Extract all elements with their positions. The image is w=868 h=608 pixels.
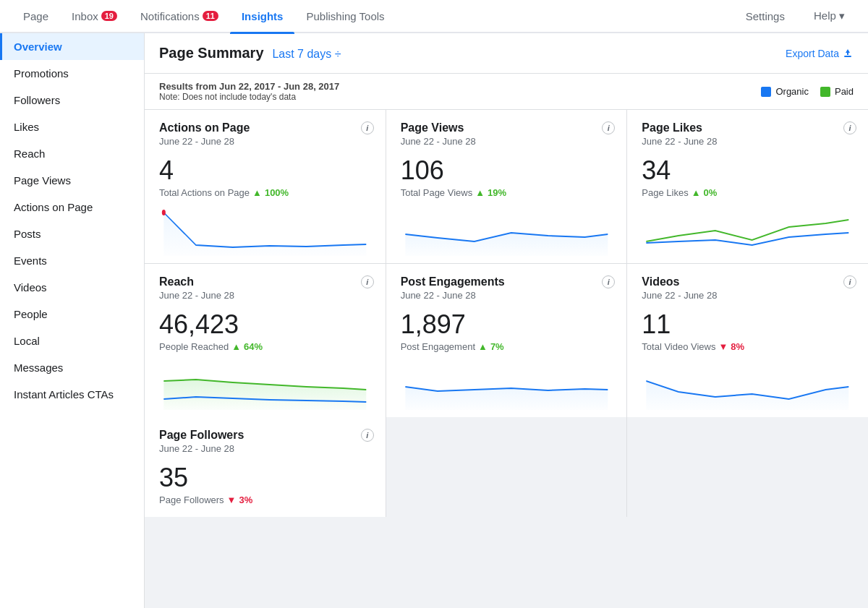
svg-marker-7	[647, 381, 849, 410]
nav-page[interactable]: Page	[12, 0, 60, 33]
nav-insights[interactable]: Insights	[230, 0, 295, 33]
nav-notifications[interactable]: Notifications 11	[129, 0, 230, 33]
card-info-icon[interactable]: i	[361, 429, 374, 442]
card-value: 34	[642, 155, 854, 186]
card-stat: Post Engagement ▲ 7%	[401, 341, 613, 352]
line-chart	[642, 359, 854, 410]
sidebar-item-instant-articles[interactable]: Instant Articles CTAs	[0, 381, 144, 408]
card-stat: Total Video Views ▼ 8%	[642, 341, 854, 352]
card-info-icon[interactable]: i	[843, 275, 856, 288]
card-value: 35	[159, 463, 371, 493]
top-nav: Page Inbox 19 Notifications 11 Insights …	[0, 0, 868, 33]
card-date: June 22 - June 28	[642, 290, 854, 301]
sidebar-item-followers[interactable]: Followers	[0, 87, 144, 114]
card-value: 4	[159, 155, 371, 186]
card-stat: Page Likes ▲ 0%	[642, 187, 854, 198]
card-info-icon[interactable]: i	[602, 121, 615, 134]
sidebar-item-promotions[interactable]: Promotions	[0, 60, 144, 87]
card-stat: Page Followers ▼ 3%	[159, 494, 371, 505]
card-title: Actions on Page	[159, 121, 371, 134]
card-info-icon[interactable]: i	[602, 275, 615, 288]
card-reach: Reach June 22 - June 28 i 46,423 People …	[145, 264, 386, 417]
chart-area	[401, 359, 613, 417]
sidebar-item-likes[interactable]: Likes	[0, 114, 144, 140]
card-value: 11	[642, 309, 854, 340]
card-info-icon[interactable]: i	[361, 121, 374, 134]
stat-pct: 0%	[704, 187, 718, 198]
page-summary-header: Page Summary Last 7 days ÷ Export Data	[145, 33, 868, 74]
stat-pct: 19%	[488, 187, 506, 198]
results-bar: Results from Jun 22, 2017 - Jun 28, 2017…	[145, 74, 868, 110]
sidebar-item-messages[interactable]: Messages	[0, 354, 144, 381]
stat-pct: 3%	[239, 494, 252, 505]
card-date: June 22 - June 28	[159, 443, 371, 454]
legend-paid: Paid	[820, 86, 854, 97]
header-left: Page Summary Last 7 days ÷	[159, 45, 341, 61]
chart-area	[642, 205, 854, 263]
legend: Organic Paid	[761, 86, 854, 97]
stat-pct: 64%	[244, 341, 263, 352]
card-value: 46,423	[159, 309, 371, 340]
paid-dot	[820, 87, 830, 97]
line-chart	[642, 205, 854, 256]
sidebar-item-people[interactable]: People	[0, 301, 144, 327]
svg-marker-2	[163, 213, 366, 256]
nav-publishing-tools[interactable]: Publishing Tools	[294, 0, 396, 33]
card-value: 1,897	[401, 309, 613, 340]
sidebar-item-overview[interactable]: Overview	[0, 33, 144, 60]
download-icon	[842, 48, 854, 59]
svg-point-3	[162, 210, 166, 215]
line-chart	[159, 205, 371, 256]
chart-area	[401, 205, 613, 263]
card-page-likes: Page Likes June 22 - June 28 i 34 Page L…	[627, 110, 868, 263]
card-info-icon[interactable]: i	[361, 275, 374, 288]
page-summary-title: Page Summary	[159, 45, 264, 61]
card-title: Page Likes	[642, 121, 854, 134]
line-chart	[401, 359, 613, 410]
cards-grid: Actions on Page June 22 - June 28 i 4 To…	[145, 110, 868, 417]
sidebar-item-posts[interactable]: Posts	[0, 220, 144, 247]
sidebar-item-local[interactable]: Local	[0, 327, 144, 354]
arrow-up-icon: ▲	[475, 187, 485, 198]
layout: Overview Promotions Followers Likes Reac…	[0, 33, 868, 608]
chart-area	[642, 359, 854, 417]
card-date: June 22 - June 28	[642, 136, 854, 147]
organic-dot	[761, 87, 771, 97]
arrow-down-icon: ▼	[227, 494, 237, 505]
sidebar-item-reach[interactable]: Reach	[0, 140, 144, 167]
svg-rect-0	[844, 56, 851, 57]
main-content: Page Summary Last 7 days ÷ Export Data R…	[145, 33, 868, 608]
card-page-views: Page Views June 22 - June 28 i 106 Total…	[386, 110, 627, 263]
sidebar: Overview Promotions Followers Likes Reac…	[0, 33, 145, 608]
chart-area	[159, 359, 371, 417]
card-info-icon[interactable]: i	[843, 121, 856, 134]
card-title: Videos	[642, 275, 854, 288]
card-stat: Total Page Views ▲ 19%	[401, 187, 613, 198]
export-button[interactable]: Export Data	[786, 48, 854, 59]
arrow-down-icon: ▼	[718, 341, 728, 352]
card-title: Post Engagements	[401, 275, 613, 288]
stat-pct: 8%	[731, 341, 744, 352]
nav-settings[interactable]: Settings	[734, 0, 796, 33]
sidebar-item-events[interactable]: Events	[0, 247, 144, 274]
stat-pct: 100%	[265, 187, 289, 198]
chart-area	[159, 205, 371, 263]
nav-inbox[interactable]: Inbox 19	[60, 0, 129, 33]
nav-help[interactable]: Help ▾	[802, 0, 856, 33]
svg-marker-1	[846, 49, 850, 55]
card-actions-on-page: Actions on Page June 22 - June 28 i 4 To…	[145, 110, 386, 263]
date-range-selector[interactable]: Last 7 days ÷	[272, 48, 341, 60]
card-date: June 22 - June 28	[159, 136, 371, 147]
bottom-section: Page Followers June 22 - June 28 i 35 Pa…	[145, 417, 868, 517]
sidebar-item-actions-on-page[interactable]: Actions on Page	[0, 194, 144, 220]
card-title: Page Followers	[159, 429, 371, 442]
inbox-badge: 19	[101, 11, 117, 21]
empty-cell-1	[386, 417, 627, 517]
sidebar-item-videos[interactable]: Videos	[0, 274, 144, 301]
card-date: June 22 - June 28	[159, 290, 371, 301]
sidebar-item-page-views[interactable]: Page Views	[0, 167, 144, 194]
legend-organic: Organic	[761, 86, 809, 97]
notifications-badge: 11	[203, 11, 218, 21]
line-chart	[159, 359, 371, 410]
arrow-up-icon: ▲	[478, 341, 488, 352]
